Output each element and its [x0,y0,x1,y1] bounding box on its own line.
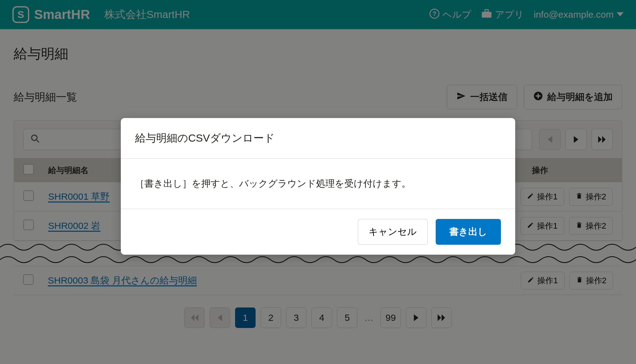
dialog-footer: キャンセル 書き出し [121,209,515,255]
csv-download-dialog: 給与明細のCSVダウンロード ［書き出し］を押すと、バックグラウンド処理を受け付… [121,118,515,255]
cancel-button[interactable]: キャンセル [358,219,428,245]
modal-overlay[interactable]: 給与明細のCSVダウンロード ［書き出し］を押すと、バックグラウンド処理を受け付… [0,0,636,364]
export-button[interactable]: 書き出し [436,219,501,245]
dialog-message: ［書き出し］を押すと、バックグラウンド処理を受け付けます。 [121,159,515,209]
dialog-title: 給与明細のCSVダウンロード [121,118,515,159]
